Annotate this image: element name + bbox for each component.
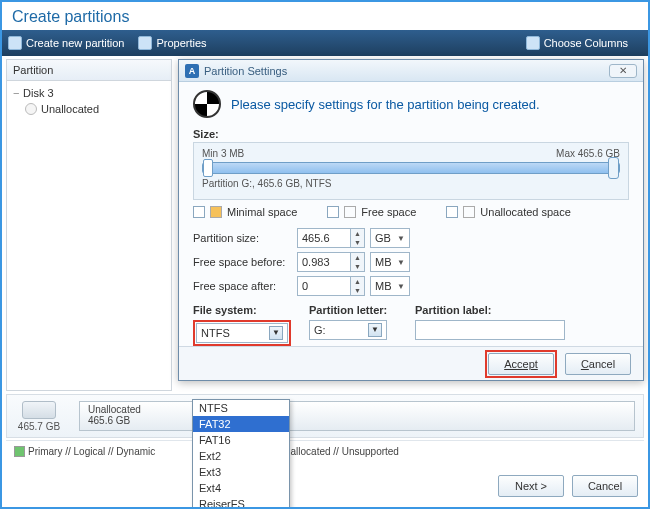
free-after-spinner[interactable]: ▲▼ xyxy=(351,276,365,296)
partition-letter-value: G: xyxy=(314,324,326,336)
partition-size-unit-select[interactable]: GB▼ xyxy=(370,228,410,248)
slider-left-handle[interactable] xyxy=(203,159,213,177)
dialog-titlebar: A Partition Settings ✕ xyxy=(179,60,643,82)
legend-primary-swatch xyxy=(14,446,25,457)
unallocated-space-checkbox[interactable]: Unallocated space xyxy=(446,206,571,218)
unallocated-icon xyxy=(25,103,37,115)
legend-unalloc-label: Unallocated // Unsupported xyxy=(278,446,399,457)
slider-caption: Partition G:, 465.6 GB, NTFS xyxy=(202,178,620,189)
chevron-down-icon: ▼ xyxy=(397,282,405,291)
size-slider-box: Min 3 MB Max 465.6 GB Partition G:, 465.… xyxy=(193,142,629,200)
fs-option-ext4[interactable]: Ext4 xyxy=(193,480,289,496)
tree-unallocated-row[interactable]: Unallocated xyxy=(13,101,165,117)
partition-label-input[interactable] xyxy=(415,320,565,340)
free-after-unit-select[interactable]: MB▼ xyxy=(370,276,410,296)
close-button[interactable]: ✕ xyxy=(609,64,637,78)
tree-disk-label: Disk 3 xyxy=(23,87,54,99)
fs-option-ext2[interactable]: Ext2 xyxy=(193,448,289,464)
accept-button[interactable]: Accept xyxy=(488,353,554,375)
partition-letter-select[interactable]: G: ▼ xyxy=(309,320,387,340)
fs-option-fat16[interactable]: FAT16 xyxy=(193,432,289,448)
slider-right-handle[interactable] xyxy=(608,157,619,179)
chevron-down-icon: ▼ xyxy=(368,323,382,337)
free-after-label: Free space after: xyxy=(193,280,297,292)
window-title: Create partitions xyxy=(2,2,648,30)
properties-icon xyxy=(138,36,152,50)
wizard-icon xyxy=(193,90,221,118)
partition-tree-header: Partition xyxy=(7,60,171,81)
create-new-partition-button[interactable]: Create new partition xyxy=(8,36,124,50)
file-system-label: File system: xyxy=(193,304,293,316)
fs-option-ext3[interactable]: Ext3 xyxy=(193,464,289,480)
disk-segment-unallocated[interactable]: Unallocated 465.6 GB xyxy=(79,401,635,431)
toolbar: Create new partition Properties Choose C… xyxy=(2,30,648,56)
next-button[interactable]: Next > xyxy=(498,475,564,497)
size-section-label: Size: xyxy=(193,128,629,140)
file-system-value: NTFS xyxy=(201,327,230,339)
chevron-down-icon: ▼ xyxy=(397,234,405,243)
disk-icon: 465.7 GB xyxy=(7,401,71,432)
app-icon: A xyxy=(185,64,199,78)
collapse-icon[interactable]: − xyxy=(13,87,23,99)
partition-label-label: Partition label: xyxy=(415,304,565,316)
choose-columns-button[interactable]: Choose Columns xyxy=(526,36,628,50)
properties-button[interactable]: Properties xyxy=(138,36,206,50)
unalloc-space-swatch xyxy=(463,206,475,218)
tree-unallocated-label: Unallocated xyxy=(41,103,99,115)
tree-disk-row[interactable]: − Disk 3 xyxy=(13,85,165,101)
disk-usage-bar: 465.7 GB Unallocated 465.6 GB xyxy=(6,394,644,438)
fs-option-ntfs[interactable]: NTFS xyxy=(193,400,289,416)
fs-option-reiserfs[interactable]: ReiserFS xyxy=(193,496,289,509)
dialog-cancel-button[interactable]: Cancel xyxy=(565,353,631,375)
partition-size-label: Partition size: xyxy=(193,232,297,244)
create-new-partition-label: Create new partition xyxy=(26,37,124,49)
disk-capacity: 465.7 GB xyxy=(18,421,60,432)
free-space-checkbox[interactable]: Free space xyxy=(327,206,416,218)
partition-size-spinner[interactable]: ▲▼ xyxy=(351,228,365,248)
free-after-input[interactable]: 0 xyxy=(297,276,351,296)
disk-segment-size: 465.6 GB xyxy=(88,415,626,426)
partition-letter-label: Partition letter: xyxy=(309,304,399,316)
partition-size-input[interactable]: 465.6 xyxy=(297,228,351,248)
fs-option-fat32[interactable]: FAT32 xyxy=(193,416,289,432)
free-before-unit-select[interactable]: MB▼ xyxy=(370,252,410,272)
partition-tree-panel: Partition − Disk 3 Unallocated xyxy=(6,59,172,391)
free-before-spinner[interactable]: ▲▼ xyxy=(351,252,365,272)
legend: Primary // Logical // Dynamic re Zone Un… xyxy=(6,440,644,462)
minimal-space-swatch xyxy=(210,206,222,218)
file-system-dropdown[interactable]: NTFSFAT32FAT16Ext2Ext3Ext4ReiserFSJFSLin… xyxy=(192,399,290,509)
free-space-label: Free space xyxy=(361,206,416,218)
dialog-title: Partition Settings xyxy=(204,65,287,77)
chevron-down-icon: ▼ xyxy=(397,258,405,267)
free-before-label: Free space before: xyxy=(193,256,297,268)
size-slider[interactable] xyxy=(202,162,620,174)
dialog-intro-text: Please specify settings for the partitio… xyxy=(231,97,540,112)
free-space-swatch xyxy=(344,206,356,218)
free-before-input[interactable]: 0.983 xyxy=(297,252,351,272)
minimal-space-label: Minimal space xyxy=(227,206,297,218)
partition-settings-dialog: A Partition Settings ✕ Please specify se… xyxy=(178,59,644,381)
chevron-down-icon[interactable]: ▼ xyxy=(269,326,283,340)
choose-columns-label: Choose Columns xyxy=(544,37,628,49)
legend-primary-label: Primary // Logical // Dynamic xyxy=(28,446,155,457)
new-partition-icon xyxy=(8,36,22,50)
disk-segment-title: Unallocated xyxy=(88,404,626,415)
file-system-select[interactable]: NTFS ▼ xyxy=(196,323,288,343)
columns-icon xyxy=(526,36,540,50)
minimal-space-checkbox[interactable]: Minimal space xyxy=(193,206,297,218)
properties-label: Properties xyxy=(156,37,206,49)
unalloc-space-label: Unallocated space xyxy=(480,206,571,218)
min-size-label: Min 3 MB xyxy=(202,148,244,159)
cancel-button[interactable]: Cancel xyxy=(572,475,638,497)
